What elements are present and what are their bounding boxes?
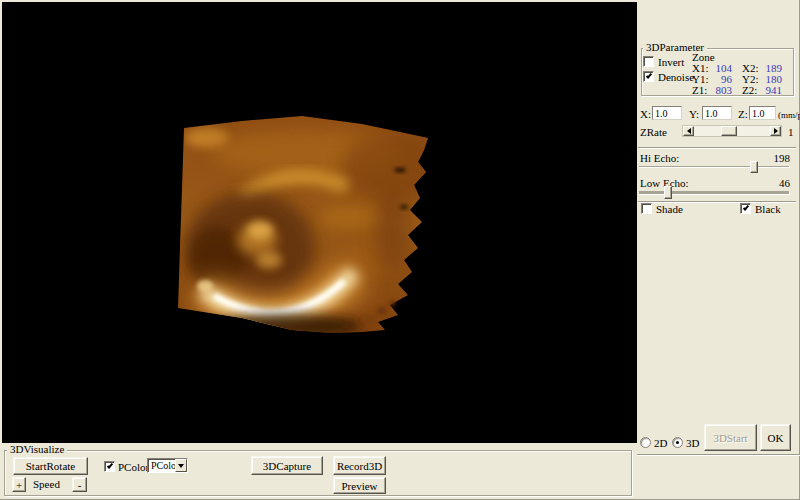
check-icon: [646, 72, 652, 78]
hi-echo-slider-thumb[interactable]: [750, 161, 758, 173]
chevron-down-icon: [178, 464, 184, 471]
zrate-scrollbar[interactable]: [682, 125, 782, 137]
arrow-left-icon: [684, 128, 691, 134]
low-echo-slider-thumb[interactable]: [664, 186, 672, 199]
pcolor-dropdown[interactable]: PColor: [147, 458, 188, 473]
3dstart-button[interactable]: 3DStart: [704, 424, 757, 451]
check-icon: [107, 462, 113, 468]
invert-checkbox[interactable]: [643, 56, 654, 67]
app-window: 3DParameter Invert Denoise Zone X1: 104 …: [0, 0, 800, 500]
zrate-label: ZRate: [640, 127, 667, 138]
arrow-right-icon: [774, 128, 781, 134]
mode-2d-label: 2D: [654, 438, 667, 449]
hi-echo-label: Hi Echo:: [640, 153, 679, 164]
check-icon: [743, 204, 749, 210]
record3d-button[interactable]: Record3D: [333, 456, 386, 475]
zrate-scroll-right-button[interactable]: [770, 126, 781, 136]
render-viewport[interactable]: [2, 2, 637, 443]
x-scale-label: X:: [640, 109, 651, 120]
radio-dot-icon: [676, 441, 679, 444]
3dcapture-button[interactable]: 3DCapture: [251, 456, 323, 475]
hi-echo-value: 198: [765, 153, 790, 164]
y-scale-field[interactable]: [702, 106, 732, 120]
preview-button[interactable]: Preview: [333, 477, 386, 494]
scale-unit-label: (mm/p): [778, 110, 800, 121]
speed-label: Speed: [33, 479, 60, 490]
z-scale-label: Z:: [738, 109, 748, 120]
low-echo-slider-track[interactable]: [639, 191, 790, 195]
pcolor-label: PColor: [118, 462, 149, 473]
mode-3d-radio[interactable]: [672, 437, 683, 448]
zrate-scroll-left-button[interactable]: [683, 126, 694, 136]
black-checkbox[interactable]: [740, 203, 751, 214]
visualize-group-title: 3DVisualize: [7, 444, 67, 455]
zone-z1-label: Z1:: [692, 85, 707, 96]
z-scale-field[interactable]: [749, 106, 776, 120]
start-rotate-button[interactable]: StartRotate: [13, 457, 88, 475]
y-scale-label: Y:: [689, 109, 699, 120]
separator: [638, 147, 796, 149]
ultrasound-render-image: [2, 2, 637, 443]
shade-label: Shade: [656, 204, 683, 215]
x-scale-field[interactable]: [652, 106, 682, 120]
denoise-label: Denoise: [658, 72, 694, 83]
mode-2d-radio[interactable]: [640, 437, 651, 448]
speed-plus-button[interactable]: +: [12, 477, 26, 492]
invert-label: Invert: [658, 57, 684, 68]
separator: [637, 454, 800, 456]
zrate-scroll-thumb[interactable]: [721, 126, 737, 136]
black-label: Black: [755, 204, 781, 215]
zone-z1-value: 803: [710, 85, 732, 96]
shade-checkbox[interactable]: [641, 203, 652, 214]
mode-3d-label: 3D: [686, 438, 699, 449]
denoise-checkbox[interactable]: [643, 71, 654, 82]
pcolor-checkbox[interactable]: [104, 461, 115, 472]
zone-z2-value: 941: [760, 85, 782, 96]
zone-z2-label: Z2:: [742, 85, 757, 96]
hi-echo-slider-track[interactable]: [639, 166, 790, 168]
zrate-value: 1: [788, 127, 794, 138]
speed-minus-button[interactable]: -: [72, 477, 87, 492]
dropdown-arrow-button[interactable]: [175, 459, 187, 472]
low-echo-value: 46: [765, 178, 790, 189]
ok-button[interactable]: OK: [760, 424, 791, 451]
